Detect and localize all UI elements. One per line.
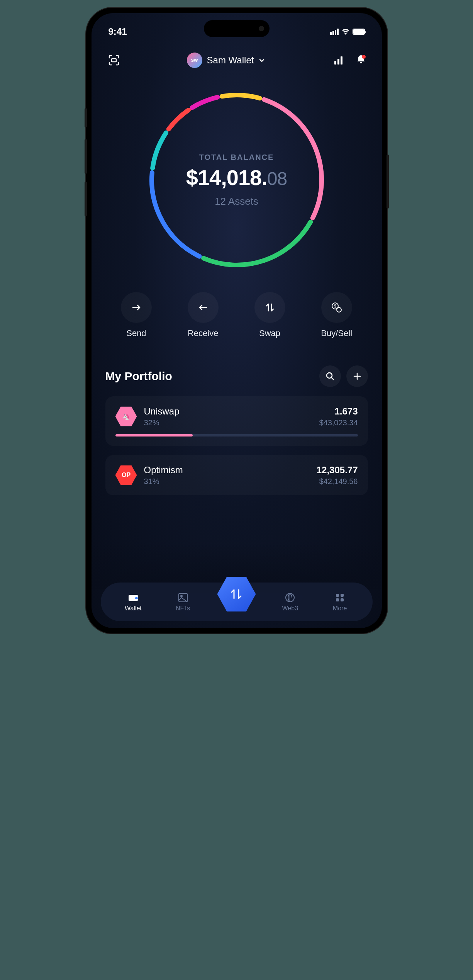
asset-progress-bar	[115, 434, 358, 436]
balance-center: TOTAL BALANCE $14,018.08 12 Assets	[186, 153, 287, 207]
portfolio-actions	[319, 365, 368, 387]
nav-more[interactable]: More	[324, 592, 355, 612]
svg-point-5	[337, 307, 341, 312]
asset-amount: 1.673	[319, 406, 358, 417]
add-button[interactable]	[346, 365, 368, 387]
cellular-icon	[330, 29, 339, 35]
chevron-down-icon	[258, 57, 265, 64]
asset-list: 🦄 Uniswap 32% 1.673 $43,023.34 OP	[105, 396, 368, 495]
swap-button[interactable]: Swap	[254, 292, 285, 338]
wallet-initials: SW	[191, 58, 198, 63]
svg-point-11	[181, 595, 182, 597]
portfolio-header: My Portfolio	[105, 365, 368, 387]
asset-pct: 32%	[144, 418, 312, 427]
nav-wallet-label: Wallet	[125, 605, 142, 612]
asset-values: 1.673 $43,023.34	[319, 406, 358, 427]
asset-icon: 🦄	[115, 406, 137, 427]
wallet-selector[interactable]: SW Sam Wallet	[187, 53, 266, 68]
svg-rect-9	[135, 597, 138, 599]
power-button	[387, 155, 389, 209]
volume-button	[85, 108, 87, 127]
nav-more-label: More	[333, 605, 347, 612]
balance-assets-count: 12 Assets	[186, 195, 287, 207]
nav-nfts-label: NFTs	[176, 605, 190, 612]
top-nav: SW Sam Wallet	[92, 41, 382, 76]
svg-rect-15	[336, 598, 339, 601]
search-button[interactable]	[319, 365, 341, 387]
volume-button	[85, 139, 87, 174]
asset-values: 12,305.77 $42,149.56	[317, 465, 358, 486]
wifi-icon	[342, 29, 349, 35]
asset-name: Optimism	[144, 465, 310, 476]
portfolio-section: My Portfolio 🦄 Uniswap	[92, 346, 382, 495]
svg-rect-0	[112, 59, 116, 62]
globe-icon	[284, 592, 296, 603]
buysell-button[interactable]: $ Buy/Sell	[321, 292, 352, 338]
buysell-label: Buy/Sell	[321, 328, 352, 338]
send-icon	[121, 292, 152, 323]
asset-usd: $42,149.56	[317, 477, 358, 486]
dynamic-island	[204, 20, 270, 37]
svg-rect-1	[334, 61, 336, 65]
screen: 9:41 SW Sam Wallet	[92, 13, 382, 628]
send-label: Send	[126, 328, 146, 338]
svg-rect-2	[337, 59, 339, 65]
balance-amount: $14,018.08	[186, 165, 287, 190]
svg-text:$: $	[334, 304, 336, 308]
svg-rect-3	[341, 56, 342, 65]
stats-icon[interactable]	[332, 53, 346, 67]
image-icon	[177, 592, 189, 603]
svg-rect-13	[336, 594, 339, 597]
wallet-icon	[127, 592, 139, 603]
balance-whole: $14,018.	[186, 165, 267, 190]
asset-amount: 12,305.77	[317, 465, 358, 476]
phone-frame: 9:41 SW Sam Wallet	[86, 8, 387, 634]
balance-label: TOTAL BALANCE	[186, 153, 287, 162]
asset-icon: OP	[115, 464, 137, 486]
plus-icon	[353, 372, 362, 381]
send-button[interactable]: Send	[121, 292, 152, 338]
asset-row: OP Optimism 31% 12,305.77 $42,149.56	[115, 464, 358, 486]
wallet-name: Sam Wallet	[207, 55, 254, 66]
swap-label: Swap	[259, 328, 280, 338]
nav-web3-label: Web3	[282, 605, 298, 612]
swap-hex-icon	[217, 575, 256, 613]
nav-web3[interactable]: Web3	[275, 592, 305, 612]
svg-rect-14	[341, 594, 344, 597]
volume-button	[85, 182, 87, 216]
balance-ring: TOTAL BALANCE $14,018.08 12 Assets	[92, 83, 382, 277]
buysell-icon: $	[321, 292, 352, 323]
notifications-button[interactable]	[356, 54, 366, 66]
status-time: 9:41	[109, 26, 127, 37]
receive-label: Receive	[188, 328, 218, 338]
nav-right	[332, 53, 366, 67]
asset-pct: 31%	[144, 477, 310, 486]
nav-center-swap[interactable]	[217, 575, 256, 613]
nav-wallet[interactable]: Wallet	[118, 592, 149, 612]
asset-info: Uniswap 32%	[144, 406, 312, 427]
asset-card[interactable]: 🦄 Uniswap 32% 1.673 $43,023.34	[105, 396, 368, 446]
svg-rect-16	[341, 598, 344, 601]
scan-icon[interactable]	[107, 53, 121, 67]
grid-icon	[334, 592, 346, 603]
notification-dot	[362, 55, 366, 59]
balance-cents: 08	[267, 168, 287, 189]
swap-icon	[254, 292, 285, 323]
search-icon	[326, 372, 335, 381]
nav-nfts[interactable]: NFTs	[168, 592, 198, 612]
action-row: Send Receive Swap $ Buy/Sell	[92, 277, 382, 346]
status-indicators	[330, 29, 365, 35]
asset-card[interactable]: OP Optimism 31% 12,305.77 $42,149.56	[105, 455, 368, 495]
portfolio-title: My Portfolio	[105, 370, 172, 383]
receive-icon	[188, 292, 219, 323]
asset-info: Optimism 31%	[144, 465, 310, 486]
wallet-avatar: SW	[187, 53, 202, 68]
asset-row: 🦄 Uniswap 32% 1.673 $43,023.34	[115, 406, 358, 427]
bottom-nav: Wallet NFTs Web3 More	[101, 583, 373, 621]
asset-usd: $43,023.34	[319, 418, 358, 427]
battery-icon	[353, 29, 365, 35]
asset-name: Uniswap	[144, 406, 312, 417]
receive-button[interactable]: Receive	[188, 292, 219, 338]
